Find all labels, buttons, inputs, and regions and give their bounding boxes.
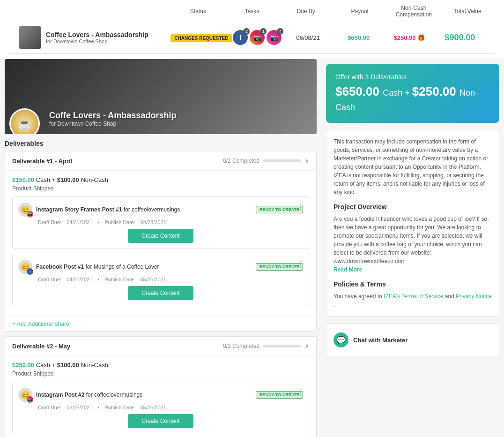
task-1-dates: Draft Due: 04/21/2021 • Publish Date: 04… — [18, 219, 303, 225]
disclaimer-box: This transaction may include compensatio… — [326, 130, 499, 316]
deliverable-1-progress-text: 0/2 Completed — [223, 158, 259, 164]
create-content-btn-1[interactable]: Create Content — [128, 229, 193, 243]
three-dot-menu-1[interactable]: ⋮ — [296, 203, 304, 211]
deliverable-card-1: Deliverable #1 - April 0/2 Completed ∧ $… — [5, 151, 317, 332]
campaign-subtitle: for Downtown Coffee Shop — [46, 38, 148, 44]
task-2-platform-badge: f — [27, 268, 33, 275]
task-3-title: Instagram Post #2 for coffeelovermusings — [36, 392, 252, 398]
d1-product-shipped: Product Shipped — [12, 185, 309, 192]
campaign-info: Coffee Lovers - Ambassadorship for Downt… — [19, 26, 170, 49]
task-1-draft-date: 04/21/2021 — [67, 219, 92, 225]
task-1-avatar: 😊 📷 — [18, 203, 32, 217]
d2-noncash-label: Non-Cash — [81, 362, 108, 369]
col-tasks-header: Tasks — [225, 8, 279, 15]
task-1-header: 😊 📷 Instagram Story Frames Post #1 for c… — [18, 203, 303, 217]
terms-of-service-link[interactable]: IZEA's Terms of Service — [384, 293, 443, 300]
task-3-for-text: for coffeelovermusings — [86, 392, 143, 398]
chevron-up-icon-2[interactable]: ∧ — [304, 342, 309, 350]
task-3-ready-badge: READY TO CREATE — [256, 391, 303, 399]
campaign-duedate: 06/08/21 — [283, 34, 334, 41]
progress-bar-wrap-2 — [263, 345, 301, 347]
policies-post-text: . — [334, 301, 335, 308]
deliverable-header-2: Deliverable #2 - May 0/3 Completed ∧ — [5, 337, 316, 356]
task-3-publish-label: Publish Date: — [104, 405, 135, 410]
task-2-publish-label: Publish Date: — [104, 277, 135, 282]
chevron-up-icon-1[interactable]: ∧ — [304, 157, 309, 165]
status-badge: CHANGES REQUESTED — [170, 34, 232, 42]
project-overview-title: Project Overview — [334, 202, 492, 212]
deliverable-1-title: Deliverable #1 - April — [12, 158, 72, 165]
task-1-publish-label: Publish Date: — [104, 219, 135, 225]
task-1-title-strong: Instagram Story Frames Post #1 — [36, 206, 122, 213]
top-header: Status Tasks Due By Payout Non-Cash Comp… — [0, 0, 504, 59]
policies-pre-text: You have agreed to — [334, 293, 384, 300]
campaign-thumbnail — [19, 26, 41, 49]
deliverable-2-progress: 0/3 Completed ∧ — [223, 342, 309, 350]
task-2-draft-label: Draft Due: — [38, 277, 61, 282]
task-1-platform-badge: 📷 — [27, 211, 33, 218]
campaign-status-col: CHANGES REQUESTED — [170, 34, 232, 41]
campaign-row: Coffee Lovers - Ambassadorship for Downt… — [9, 22, 495, 54]
task-2-for-text: for Musings of a Coffee Lover — [85, 264, 159, 270]
task-1-title: Instagram Story Frames Post #1 for coffe… — [36, 206, 252, 213]
disclaimer-text: This transaction may include compensatio… — [334, 137, 492, 196]
task-2-title-strong: Facebook Post #1 — [36, 264, 84, 270]
instagram-icon-1: 📷 1 — [250, 30, 265, 45]
chat-with-marketer-box[interactable]: 💬 Chat with Marketer — [326, 324, 499, 356]
task-3-avatar: 😊 📷 — [18, 388, 32, 402]
privacy-notice-link[interactable]: Privacy Notice — [456, 293, 492, 300]
d2-cash-value: $250.00 — [12, 362, 34, 369]
policies-section: You have agreed to IZEA's Terms of Servi… — [334, 292, 492, 309]
facebook-icon: f 2 — [233, 30, 248, 45]
task-2-dates: Draft Due: 04/21/2021 • Publish Date: 05… — [18, 277, 303, 282]
deliverable-1-progress: 0/2 Completed ∧ — [223, 157, 309, 165]
d2-noncash-value: $100.00 — [57, 362, 79, 369]
task-3-title-strong: Instagram Post #2 — [36, 392, 84, 398]
create-content-btn-2[interactable]: Create Content — [128, 286, 193, 300]
col-noncash-header: Non-Cash Compensation — [387, 5, 441, 18]
fb-count: 2 — [243, 28, 250, 35]
deliverable-1-cash: $150.00 Cash + $100.00 Non-Cash — [12, 176, 309, 183]
column-headers: Status Tasks Due By Payout Non-Cash Comp… — [9, 5, 495, 18]
social-icons-group: f 2 📷 1 📷 4 — [232, 30, 282, 45]
task-3-publish-date: 05/25/2021 — [141, 405, 166, 410]
task-2-title: Facebook Post #1 for Musings of a Coffee… — [36, 264, 252, 270]
chat-label: Chat with Marketer — [353, 337, 408, 344]
task-2-draft-date: 04/21/2021 — [67, 277, 92, 282]
three-dot-menu-2[interactable]: ⋮ — [296, 260, 304, 269]
gift-icon: 🎁 — [417, 34, 425, 41]
noncash-value: $250.00 — [394, 34, 416, 41]
task-3-separator: • — [97, 405, 101, 410]
offer-noncash-value: $250.00 — [412, 84, 456, 98]
col-payout-header: Payout — [333, 8, 387, 15]
three-dot-menu-3[interactable]: ⋮ — [296, 388, 304, 397]
main-content: ☕ Coffe Lovers - Ambassadorship for Down… — [0, 59, 504, 437]
progress-bar-wrap-1 — [263, 159, 301, 162]
offer-cash-text: Cash + — [383, 88, 412, 98]
col-status-header: Status — [171, 8, 225, 15]
task-3-header: 😊 📷 Instagram Post #2 for coffeelovermus… — [18, 388, 303, 402]
deliverable-2-title: Deliverable #2 - May — [12, 343, 70, 350]
task-2-publish-date: 05/25/2021 — [141, 277, 166, 282]
add-additional-share-1[interactable]: Add Additional Share — [5, 316, 316, 331]
policies-title: Policies & Terms — [334, 279, 492, 289]
task-2-separator: • — [97, 277, 101, 282]
task-3-dates: Draft Due: 05/25/2021 • Publish Date: 05… — [18, 405, 303, 410]
deliverables-heading: Deliverables — [5, 140, 317, 147]
d1-noncash-value: $100.00 — [57, 176, 79, 183]
task-1-ready-badge: READY TO CREATE — [256, 206, 303, 213]
col-dueby-header: Due By — [279, 8, 333, 15]
project-overview-text: Are you a foodie Influencer who loves a … — [334, 215, 492, 265]
deliverable-2-cash: $250.00 Cash + $100.00 Non-Cash — [12, 362, 309, 369]
deliverable-1-body: $150.00 Cash + $100.00 Non-Cash Product … — [5, 171, 316, 316]
col-totalvalue-header: Total Value — [441, 8, 495, 15]
create-content-btn-3[interactable]: Create Content — [128, 414, 193, 428]
task-2-header: 😊 f Facebook Post #1 for Musings of a Co… — [18, 260, 303, 274]
task-item-2: ⋮ 😊 f Facebook Post #1 for Musings of a … — [12, 254, 309, 306]
campaign-title: Coffee Lovers - Ambassadorship — [46, 31, 148, 38]
task-3-draft-label: Draft Due: — [38, 405, 61, 410]
read-more-link[interactable]: Read More — [334, 265, 492, 274]
d1-noncash-label: Non-Cash — [81, 176, 108, 183]
deliverable-card-2: Deliverable #2 - May 0/3 Completed ∧ $25… — [5, 336, 317, 437]
hero-title: Coffe Lovers - Ambassadorship — [49, 111, 176, 121]
